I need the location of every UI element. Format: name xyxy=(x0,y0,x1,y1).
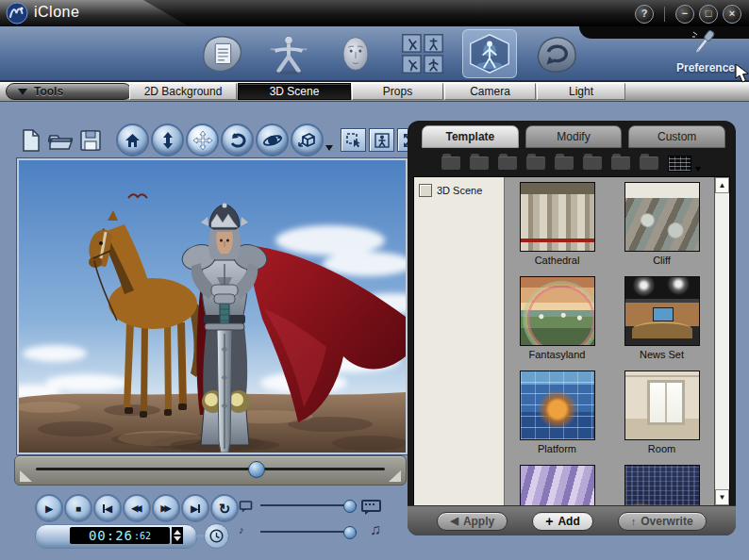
dialog-volume-handle[interactable] xyxy=(343,500,357,513)
dialog-volume-slider[interactable] xyxy=(236,497,385,514)
template-thumbnail-cathedral[interactable] xyxy=(520,182,595,252)
spinner-down-icon xyxy=(174,536,181,541)
tree-node-icon[interactable] xyxy=(419,184,432,197)
scroll-down-icon[interactable]: ▼ xyxy=(715,489,729,505)
music-loud-icon: ♫ xyxy=(370,521,381,538)
go-end-button[interactable]: ▶ xyxy=(181,494,209,522)
open-album-icon xyxy=(470,156,489,170)
open-project-icon[interactable] xyxy=(48,129,73,152)
content-manager-panel: Template Modify Custom 3D Scene xyxy=(408,121,736,535)
pan-vertical-icon[interactable] xyxy=(151,124,184,156)
orbit-tool-icon[interactable] xyxy=(256,124,289,156)
reallusion-logo-icon xyxy=(6,2,28,25)
tab-camera[interactable]: Camera xyxy=(444,83,536,100)
copy-icon xyxy=(555,156,574,170)
overwrite-button[interactable]: ↑ Overwrite xyxy=(618,512,707,531)
go-start-button[interactable]: ◀ xyxy=(93,494,122,522)
chevron-down-icon xyxy=(18,89,27,95)
time-frames: :62 xyxy=(134,531,151,541)
template-label: Platform xyxy=(538,443,576,454)
template-thumbnail-partial-2[interactable] xyxy=(624,465,700,505)
timeline-handle[interactable] xyxy=(248,461,265,478)
template-thumbnail-cliff[interactable] xyxy=(624,182,700,252)
template-thumbnail-partial-1[interactable] xyxy=(520,465,595,505)
scroll-up-icon[interactable]: ▲ xyxy=(715,177,729,193)
panel-actions: ◀ Apply + Add ↑ Overwrite xyxy=(408,505,736,535)
template-grid: Cathedral Cliff Fantasyland News Set Pla… xyxy=(505,177,714,505)
tab-custom[interactable]: Custom xyxy=(628,125,725,148)
time-lcd: 00:26 :62 xyxy=(70,527,170,544)
template-label: Fantasyland xyxy=(529,349,586,360)
tab-template[interactable]: Template xyxy=(422,125,519,148)
close-button[interactable]: × xyxy=(723,5,741,24)
actor-icon[interactable] xyxy=(261,29,316,78)
template-item: News Set xyxy=(609,276,714,371)
animation-icon[interactable] xyxy=(395,29,450,78)
spinner-up-icon xyxy=(174,530,181,535)
tab-light[interactable]: Light xyxy=(537,83,625,100)
divider xyxy=(664,7,665,22)
template-thumbnail-platform[interactable] xyxy=(520,371,595,440)
template-scrollbar[interactable]: ▲ ▼ xyxy=(714,177,729,505)
dialog-icon xyxy=(240,501,253,510)
tools-menu-button[interactable]: Tools xyxy=(6,83,132,100)
tree-item-3d-scene[interactable]: 3D Scene xyxy=(414,184,504,197)
play-button[interactable]: ▶ xyxy=(35,494,63,522)
music-volume-slider[interactable]: ♪ ♫ xyxy=(236,523,385,540)
apply-button[interactable]: ◀ Apply xyxy=(437,512,508,531)
panel-toolbar xyxy=(417,152,724,174)
maximize-button[interactable]: □ xyxy=(699,5,718,24)
template-item: Cliff xyxy=(609,182,714,276)
template-thumbnail-news-set[interactable] xyxy=(624,276,700,346)
head-icon[interactable] xyxy=(328,29,383,78)
add-button[interactable]: + Add xyxy=(532,512,593,531)
tab-2d-background[interactable]: 2D Background xyxy=(129,83,237,100)
main-toolbar: Preference xyxy=(0,26,749,81)
fast-forward-button[interactable]: ▶▶ xyxy=(152,494,180,522)
template-thumbnail-fantasyland[interactable] xyxy=(520,276,595,346)
template-label: Cathedral xyxy=(535,255,580,266)
viewport-3d-scene[interactable] xyxy=(17,158,408,454)
move-tool-icon[interactable] xyxy=(186,124,219,156)
preference-button[interactable]: Preference xyxy=(668,28,743,74)
dolly-tool-icon[interactable] xyxy=(291,124,324,156)
template-thumbnail-room[interactable] xyxy=(624,371,700,440)
dialog-volume-track[interactable] xyxy=(260,504,357,506)
template-item xyxy=(609,465,714,505)
panel-content: 3D Scene Cathedral Cliff Fantasyland xyxy=(413,176,730,506)
playback-controls: ▶ ■ ◀ ◀◀ ▶▶ ▶ ↻ xyxy=(35,494,239,522)
export-icon xyxy=(611,156,630,170)
template-item xyxy=(505,465,609,505)
music-icon: ♪ xyxy=(239,524,244,535)
cut-icon xyxy=(526,156,545,170)
tab-props[interactable]: Props xyxy=(352,83,443,100)
minimize-button[interactable]: − xyxy=(675,5,694,24)
frame-actor-icon[interactable] xyxy=(369,128,394,152)
clock-button[interactable] xyxy=(204,523,229,549)
stage-icon[interactable] xyxy=(462,29,517,78)
output-icon[interactable] xyxy=(529,29,584,78)
time-spinner[interactable] xyxy=(172,527,183,544)
dropdown-arrow-icon[interactable] xyxy=(325,145,333,151)
save-project-icon[interactable] xyxy=(79,129,102,152)
timeline-slider[interactable] xyxy=(14,455,407,486)
new-project-icon[interactable] xyxy=(21,129,42,152)
dialog-loud-icon xyxy=(361,500,381,512)
project-icon[interactable] xyxy=(194,29,249,78)
select-tool-icon[interactable] xyxy=(341,128,366,152)
music-volume-handle[interactable] xyxy=(343,526,357,539)
home-view-icon[interactable] xyxy=(116,124,149,156)
timeline-track[interactable] xyxy=(36,468,385,470)
app-title: iClone xyxy=(34,4,79,21)
add-plus-icon: + xyxy=(545,515,553,528)
view-mode-dropdown-icon[interactable] xyxy=(695,167,701,172)
rotate-tool-icon[interactable] xyxy=(221,124,254,156)
help-button[interactable]: ? xyxy=(635,5,654,24)
tab-3d-scene[interactable]: 3D Scene xyxy=(238,83,351,100)
music-volume-track[interactable] xyxy=(260,531,357,533)
loop-button[interactable]: ↻ xyxy=(210,494,239,522)
view-mode-icon[interactable] xyxy=(668,156,691,172)
stop-button[interactable]: ■ xyxy=(64,494,92,522)
tab-modify[interactable]: Modify xyxy=(525,125,623,148)
rewind-button[interactable]: ◀◀ xyxy=(123,494,151,522)
